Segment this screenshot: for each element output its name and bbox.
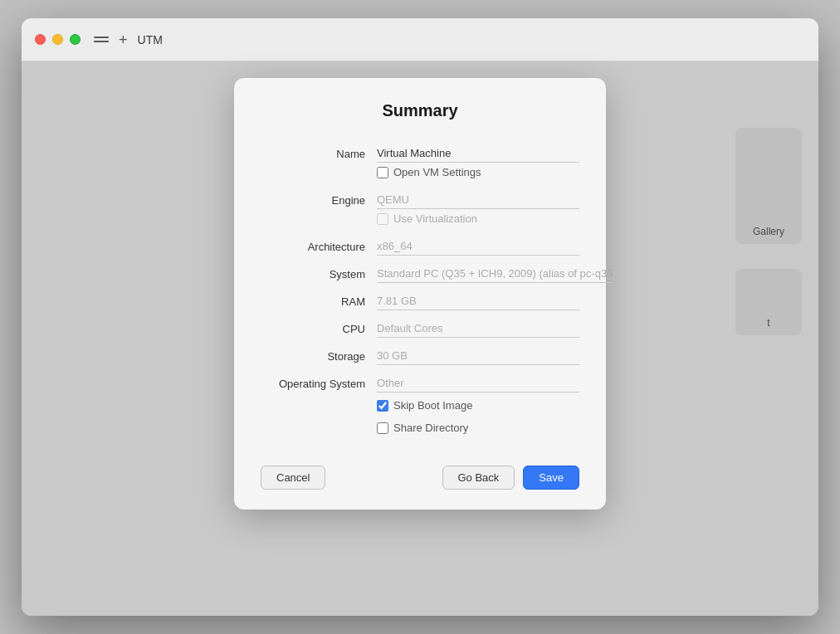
modal-title: Summary (261, 101, 579, 120)
open-vm-settings-label: Open VM Settings (393, 166, 481, 178)
skip-boot-image-label: Skip Boot Image (393, 399, 472, 412)
share-directory-checkbox[interactable] (377, 422, 388, 434)
architecture-label: Architecture (261, 238, 377, 253)
go-back-button[interactable]: Go Back (442, 466, 515, 490)
modal-footer: Cancel Go Back Save (261, 466, 579, 490)
skip-boot-image-row: Skip Boot Image (377, 396, 579, 415)
operating-system-row: Operating System Other Skip Boot Image S… (261, 370, 579, 442)
ram-label: RAM (261, 293, 377, 308)
engine-value-container: QEMU Use Virtualization (377, 192, 579, 228)
close-button[interactable] (35, 34, 46, 45)
system-row: System Standard PC (Q35 + ICH9, 2009) (a… (261, 261, 579, 288)
use-virtualization-row: Use Virtualization (377, 209, 579, 228)
open-vm-settings-row: Open VM Settings (377, 163, 579, 182)
mac-window: + UTM Gallery t Summary Name (22, 18, 818, 616)
footer-right: Go Back Save (442, 466, 580, 490)
share-directory-row: Share Directory (377, 418, 579, 437)
sidebar-toggle-icon[interactable] (94, 32, 109, 47)
name-row: Name Open VM Settings (261, 140, 579, 187)
cpu-value-container: Default Cores (377, 320, 579, 338)
minimize-button[interactable] (52, 34, 63, 45)
ram-row: RAM 7.81 GB (261, 288, 579, 315)
engine-row: Engine QEMU Use Virtualization (261, 187, 579, 233)
app-title: UTM (138, 33, 163, 46)
architecture-value: x86_64 (377, 238, 579, 256)
engine-label: Engine (261, 192, 377, 207)
storage-row: Storage 30 GB (261, 343, 579, 370)
open-vm-settings-checkbox[interactable] (377, 167, 388, 178)
operating-system-label: Operating System (261, 375, 377, 390)
storage-value-container: 30 GB (377, 348, 579, 365)
use-virtualization-label: Use Virtualization (393, 212, 477, 225)
cpu-value: Default Cores (377, 320, 579, 338)
skip-boot-image-checkbox[interactable] (377, 400, 388, 412)
share-directory-label: Share Directory (393, 422, 468, 434)
ram-value-container: 7.81 GB (377, 293, 579, 310)
maximize-button[interactable] (70, 34, 81, 45)
name-input[interactable] (377, 145, 579, 163)
system-value: Standard PC (Q35 + ICH9, 2009) (alias of… (377, 266, 613, 283)
storage-label: Storage (261, 348, 377, 363)
operating-system-value-container: Other Skip Boot Image Share Directory (377, 375, 579, 437)
architecture-value-container: x86_64 (377, 238, 579, 256)
name-label: Name (261, 145, 377, 160)
cpu-label: CPU (261, 320, 377, 335)
window-content: Gallery t Summary Name Open VM Settin (22, 61, 818, 616)
name-value-container: Open VM Settings (377, 145, 579, 182)
system-value-container: Standard PC (Q35 + ICH9, 2009) (alias of… (377, 266, 613, 283)
titlebar: + UTM (22, 18, 818, 61)
add-icon[interactable]: + (119, 32, 128, 47)
form-rows: Name Open VM Settings Engine (261, 140, 579, 442)
storage-value: 30 GB (377, 348, 579, 365)
titlebar-center: + UTM (94, 32, 163, 47)
cancel-button[interactable]: Cancel (261, 466, 325, 490)
cpu-row: CPU Default Cores (261, 315, 579, 343)
use-virtualization-checkbox[interactable] (377, 213, 388, 225)
save-button[interactable]: Save (523, 466, 579, 490)
system-label: System (261, 266, 377, 280)
summary-modal: Summary Name Open VM Settings (234, 78, 606, 510)
modal-backdrop: Summary Name Open VM Settings (22, 61, 818, 616)
engine-value: QEMU (377, 192, 579, 209)
ram-value: 7.81 GB (377, 293, 579, 310)
operating-system-value: Other (377, 375, 579, 393)
architecture-row: Architecture x86_64 (261, 233, 579, 261)
traffic-lights (35, 34, 81, 45)
